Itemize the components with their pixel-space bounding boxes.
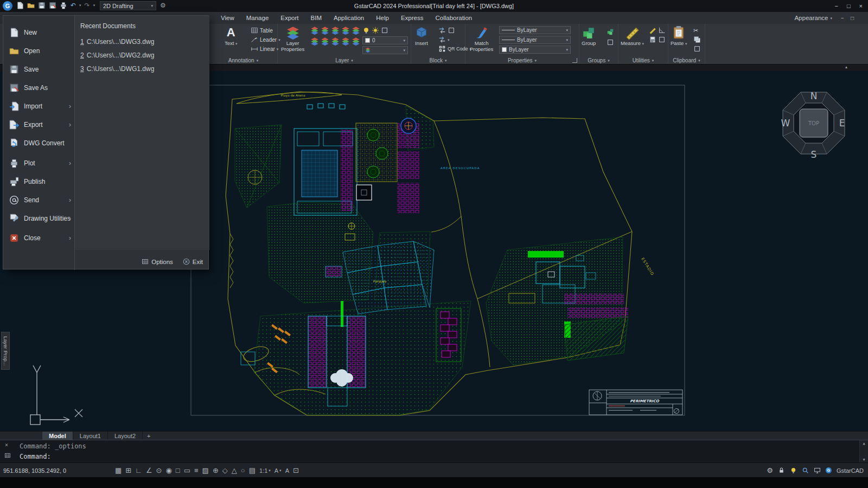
viewcube-west[interactable]: W bbox=[781, 118, 790, 129]
open-icon[interactable] bbox=[27, 2, 35, 9]
ducs-icon[interactable]: □ bbox=[176, 466, 180, 474]
options-button[interactable]: Options bbox=[142, 258, 173, 265]
appearance-menu[interactable]: Appearance ▾ bbox=[794, 15, 832, 21]
layer-isolate-icon[interactable] bbox=[352, 26, 360, 35]
tab-layout1[interactable]: Layout1 bbox=[73, 432, 108, 440]
menu-item-drawing-utilities[interactable]: Drawing Utilities› bbox=[3, 209, 75, 228]
id-point-icon[interactable] bbox=[658, 36, 666, 43]
close-button[interactable]: × bbox=[859, 3, 863, 9]
cut-icon[interactable]: ✂ bbox=[693, 27, 698, 34]
block-sync-icon[interactable] bbox=[438, 36, 446, 43]
add-layout-button[interactable]: + bbox=[147, 433, 150, 439]
distance-icon[interactable] bbox=[649, 27, 656, 34]
viewcube-east[interactable]: E bbox=[839, 118, 845, 129]
group-button[interactable]: Group bbox=[582, 25, 596, 47]
ortho-icon[interactable]: ∟ bbox=[135, 466, 142, 474]
osnap-3d-icon[interactable]: ◇ bbox=[222, 466, 228, 474]
current-layer-select[interactable]: 0 ▾ bbox=[362, 36, 408, 44]
plot-icon[interactable] bbox=[60, 2, 67, 9]
layer-delete-icon[interactable] bbox=[352, 37, 360, 46]
match-properties-button[interactable]: Match Properties bbox=[470, 25, 493, 52]
grid-icon[interactable]: ▦ bbox=[115, 466, 122, 474]
recent-doc-2[interactable]: 2C:\Users\...\DWG2.dwg bbox=[80, 49, 205, 62]
layer-box-icon[interactable] bbox=[381, 27, 388, 34]
lock-ui-icon[interactable] bbox=[778, 467, 785, 474]
tab-help[interactable]: Help bbox=[370, 13, 395, 23]
ribbon-collapse-button[interactable]: ▴ bbox=[845, 65, 847, 69]
viewcube-north[interactable]: N bbox=[810, 91, 818, 101]
panel-label-utilities[interactable]: Utilities▾ bbox=[618, 57, 668, 63]
layer-sun-icon[interactable] bbox=[372, 27, 379, 34]
save-as-icon[interactable] bbox=[49, 2, 56, 9]
table-button[interactable]: Table bbox=[251, 26, 273, 35]
selection-cycling-icon[interactable]: ⊕ bbox=[213, 466, 219, 474]
zoom-icon[interactable]: ○ bbox=[241, 466, 245, 474]
leader-button[interactable]: Leader▾ bbox=[251, 35, 280, 44]
menu-item-save-as[interactable]: Save As bbox=[3, 79, 75, 97]
ungroup-icon[interactable] bbox=[607, 28, 614, 35]
layer-walk-icon[interactable] bbox=[310, 37, 319, 46]
panel-label-annotation[interactable]: Annotation▾ bbox=[209, 57, 277, 63]
layer-merge-icon[interactable] bbox=[341, 37, 350, 46]
menu-item-open[interactable]: Open bbox=[3, 42, 75, 60]
command-close-icon[interactable]: × bbox=[5, 442, 8, 448]
exit-button[interactable]: Exit bbox=[183, 258, 203, 265]
command-window[interactable]: × Command: _options Command: ▲ ▼ bbox=[0, 440, 868, 463]
panel-label-block[interactable]: Block▾ bbox=[411, 57, 465, 63]
chevron-down-icon[interactable]: ▾ bbox=[448, 38, 450, 42]
panel-label-layer[interactable]: Layer▾ bbox=[278, 57, 411, 63]
menu-item-save[interactable]: Save bbox=[3, 60, 75, 79]
workspace-switch-icon[interactable]: ⊡ bbox=[293, 466, 299, 474]
save-icon[interactable] bbox=[38, 2, 46, 9]
layer-prev-icon[interactable] bbox=[331, 37, 340, 46]
otrack-icon[interactable]: ◉ bbox=[166, 466, 172, 474]
linetype-select[interactable]: ByLayer ▾ bbox=[499, 36, 571, 44]
snap-icon[interactable]: ⊞ bbox=[125, 466, 131, 474]
polar-icon[interactable]: ∠ bbox=[146, 466, 152, 474]
tab-layout2[interactable]: Layout2 bbox=[108, 432, 143, 440]
lineweight-select[interactable]: ByLayer ▾ bbox=[499, 26, 571, 34]
paste-button[interactable]: Paste ▾ bbox=[671, 25, 687, 47]
recent-doc-3[interactable]: 3C:\Users\...\DWG1.dwg bbox=[80, 62, 205, 75]
layer-bulb-icon[interactable] bbox=[362, 27, 370, 34]
lineweight-toggle-icon[interactable]: ≡ bbox=[194, 466, 199, 474]
block-edit-icon[interactable] bbox=[438, 27, 446, 34]
ribbon-minimize-icon[interactable]: − bbox=[841, 15, 844, 21]
gstarcad-logo[interactable]: G bbox=[3, 1, 12, 11]
tab-view[interactable]: View bbox=[215, 13, 240, 23]
text-button[interactable]: A Text ▾ bbox=[225, 25, 238, 47]
tab-model[interactable]: Model bbox=[42, 432, 73, 440]
search-icon[interactable] bbox=[802, 467, 809, 474]
osnap-icon[interactable]: ⊙ bbox=[156, 466, 162, 474]
minimize-button[interactable]: − bbox=[834, 3, 838, 9]
tab-collaboration[interactable]: Collaboration bbox=[429, 13, 478, 23]
layer-state-select[interactable]: ▾ bbox=[362, 46, 408, 54]
linear-button[interactable]: Linear▾ bbox=[251, 44, 278, 53]
dynamic-input-icon[interactable]: ▭ bbox=[184, 466, 190, 474]
recent-doc-1[interactable]: 1C:\Users\...\DWG3.dwg bbox=[80, 35, 205, 48]
new-icon[interactable] bbox=[16, 2, 24, 9]
menu-item-dwg-convert[interactable]: DWG Convert bbox=[3, 134, 75, 152]
settings-gear-icon[interactable]: ⚙ bbox=[767, 466, 773, 474]
layer-lock-icon[interactable] bbox=[341, 26, 350, 35]
layer-on-icon[interactable] bbox=[321, 26, 329, 35]
copy-base-icon[interactable] bbox=[693, 45, 701, 53]
undo-dropdown-icon[interactable]: ▾ bbox=[79, 3, 81, 8]
group-edit-icon[interactable] bbox=[607, 38, 614, 46]
autoscale-icon[interactable]: A bbox=[285, 467, 289, 474]
annotation-scale-control[interactable]: 1:1▾ bbox=[259, 467, 271, 474]
layer-properties-palette-tab[interactable]: Layer Prop... bbox=[1, 332, 10, 370]
hardware-bulb-icon[interactable] bbox=[790, 467, 797, 474]
menu-item-publish[interactable]: Publish bbox=[3, 172, 75, 191]
tab-export[interactable]: Export bbox=[275, 13, 304, 23]
panel-label-groups[interactable]: Groups▾ bbox=[579, 57, 618, 63]
panel-label-clipboard[interactable]: Clipboard▾ bbox=[668, 57, 705, 63]
undo-icon[interactable]: ↶ bbox=[71, 2, 76, 9]
annotation-visibility-icon[interactable]: A▾ bbox=[275, 467, 282, 474]
copy-icon[interactable] bbox=[693, 36, 701, 43]
redo-icon[interactable]: ↷ bbox=[85, 2, 90, 9]
insert-button[interactable]: Insert bbox=[414, 25, 429, 47]
ribbon-pin-icon[interactable]: □ bbox=[851, 15, 854, 21]
menu-item-close[interactable]: Close› bbox=[3, 229, 75, 247]
angle-icon[interactable] bbox=[658, 27, 666, 34]
